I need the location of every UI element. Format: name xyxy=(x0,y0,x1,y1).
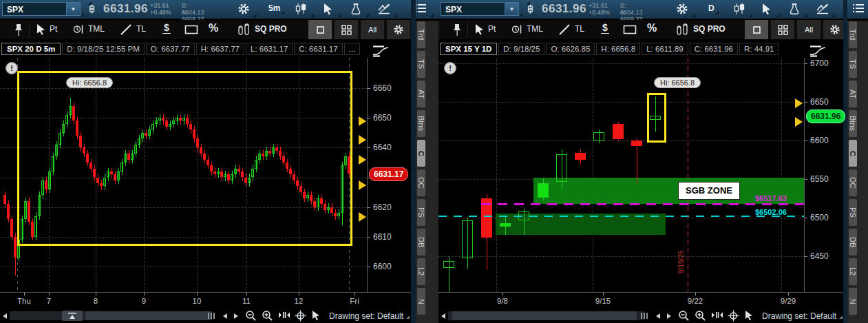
sidebar-tab-at[interactable]: AT xyxy=(849,81,857,107)
sidebar-tab-db[interactable]: DB xyxy=(849,229,857,256)
cursor-tool-icon[interactable] xyxy=(322,3,337,16)
pin-icon[interactable] xyxy=(452,23,467,37)
time-axis[interactable]: Thu789101112Fri xyxy=(0,292,412,309)
drawings-icon[interactable] xyxy=(816,3,831,16)
point-tool-label[interactable]: Pt xyxy=(50,24,57,34)
price-axis[interactable]: 6631.17 6660665066406630662066106600 xyxy=(368,58,412,292)
chart-settings-gear-button[interactable] xyxy=(387,20,410,39)
step-right-button[interactable] xyxy=(234,313,238,319)
scrollbar-grip[interactable] xyxy=(641,313,648,319)
sidebar-tab-btns[interactable]: Btns xyxy=(849,110,857,137)
sidebar-tab-ts[interactable]: TS xyxy=(417,51,425,78)
sq-pro-icon[interactable] xyxy=(237,23,253,36)
collapse-box-button[interactable] xyxy=(62,311,83,321)
step-right-button[interactable] xyxy=(667,313,671,319)
rectangle-tool-icon[interactable] xyxy=(184,25,200,38)
sidebar-tab-ps[interactable]: PS xyxy=(417,199,425,226)
scrollbar-handle[interactable] xyxy=(85,311,212,320)
all-charts-button[interactable]: All xyxy=(361,20,384,39)
step-left-button[interactable] xyxy=(656,313,660,319)
point-tool-label[interactable]: Pt xyxy=(488,24,496,34)
plot-area[interactable]: ! Hi: 6656.8 SGB ZONE $6517.63 $6502.06 … xyxy=(438,58,804,292)
scroll-left-arrow[interactable] xyxy=(3,313,7,319)
warning-icon[interactable]: ! xyxy=(444,62,456,74)
timeline-clock-icon[interactable] xyxy=(511,24,527,37)
sidebar-tab-n[interactable]: N xyxy=(849,288,857,315)
pointer-icon[interactable] xyxy=(311,310,321,321)
menu-icon[interactable] xyxy=(414,3,430,16)
symbol-input[interactable]: SPX xyxy=(441,2,505,16)
sidebar-tab-l2[interactable]: L2 xyxy=(417,258,425,285)
trendline-icon[interactable] xyxy=(120,23,135,37)
trendline-label[interactable]: TL xyxy=(136,24,146,34)
chart-type-icon[interactable] xyxy=(733,3,748,16)
chart-type-icon[interactable] xyxy=(295,3,310,16)
all-charts-button[interactable]: All xyxy=(797,20,821,39)
sidebar-tab-n[interactable]: N xyxy=(417,288,425,315)
sidebar-tab-btns[interactable]: Btns xyxy=(417,110,425,137)
rectangle-tool-icon[interactable] xyxy=(623,25,638,38)
single-chart-view-button[interactable] xyxy=(745,20,768,39)
studies-flask-icon[interactable] xyxy=(350,3,365,16)
sidebar-tab-c[interactable]: C xyxy=(417,140,425,167)
pointer-icon[interactable] xyxy=(744,310,754,321)
sidebar-tab-at[interactable]: AT xyxy=(417,81,425,107)
sq-pro-label[interactable]: SQ PRO xyxy=(693,24,726,34)
zoom-out-icon[interactable] xyxy=(678,310,690,322)
cursor-tool-icon[interactable] xyxy=(761,3,776,16)
sq-pro-icon[interactable] xyxy=(676,23,691,36)
yellow-highlight-box[interactable] xyxy=(17,71,352,246)
percent-tool[interactable]: % xyxy=(647,22,657,34)
trendline-label[interactable]: TL xyxy=(575,24,584,34)
timeline-clock-icon[interactable] xyxy=(73,24,88,37)
zoom-in-icon[interactable] xyxy=(695,310,706,322)
studies-flask-icon[interactable] xyxy=(788,3,803,16)
drawings-icon[interactable] xyxy=(377,3,392,16)
price-axis[interactable]: 6631.96 670066506600655065006450 xyxy=(805,58,843,292)
timeline-label[interactable]: TML xyxy=(88,24,105,34)
zoom-in-icon[interactable] xyxy=(262,310,273,322)
price-level-tool[interactable]: $ xyxy=(601,22,609,34)
grid-view-button[interactable] xyxy=(335,20,358,39)
drawing-set-label[interactable]: Drawing set: Default xyxy=(329,311,410,321)
symbol-dropdown-button[interactable]: ▼ xyxy=(505,2,519,16)
drawing-set-label[interactable]: Drawing set: Default xyxy=(762,311,843,321)
symbol-dropdown-button[interactable]: ▼ xyxy=(67,2,81,16)
single-chart-view-button[interactable] xyxy=(308,20,332,39)
sidebar-tab-c[interactable]: C xyxy=(849,140,857,167)
gear-icon[interactable] xyxy=(237,3,253,16)
percent-tool[interactable]: % xyxy=(209,22,218,34)
chart-style-icon[interactable] xyxy=(372,45,390,57)
plot-area[interactable]: ! Hi: 6656.8 xyxy=(0,58,367,292)
timeframe-button[interactable]: 5m xyxy=(268,3,280,13)
fit-width-icon[interactable] xyxy=(711,310,723,320)
price-level-tool[interactable]: $ xyxy=(162,22,171,34)
sidebar-tab-l2[interactable]: L2 xyxy=(849,258,857,285)
point-tool-arrow-icon[interactable] xyxy=(36,23,51,37)
time-axis[interactable]: 9/89/159/229/29 xyxy=(438,292,843,309)
scrollbar-grip[interactable] xyxy=(208,313,215,319)
sq-pro-label[interactable]: SQ PRO xyxy=(255,24,287,34)
sidebar-tab-db[interactable]: DB xyxy=(417,229,425,256)
gear-icon[interactable] xyxy=(676,3,691,16)
chart-style-icon[interactable] xyxy=(809,45,827,57)
step-left-button[interactable] xyxy=(223,313,227,319)
sidebar-tab-ps[interactable]: PS xyxy=(849,199,857,226)
sidebar-tab-trd[interactable]: Trd xyxy=(417,21,425,48)
timeline-label[interactable]: TML xyxy=(527,24,543,34)
zoom-out-icon[interactable] xyxy=(245,310,257,322)
sidebar-tab-trd[interactable]: Trd xyxy=(849,21,857,48)
crosshair-icon[interactable] xyxy=(295,310,306,322)
point-tool-arrow-icon[interactable] xyxy=(474,23,489,37)
pin-icon[interactable] xyxy=(14,23,29,37)
menu-icon[interactable] xyxy=(852,3,867,16)
symbol-input[interactable]: SPX xyxy=(2,2,67,16)
timeframe-button[interactable]: D xyxy=(708,3,714,13)
crosshair-icon[interactable] xyxy=(728,310,739,322)
trendline-icon[interactable] xyxy=(558,23,573,37)
grid-view-button[interactable] xyxy=(771,20,794,39)
warning-icon[interactable]: ! xyxy=(6,62,18,74)
header-more-cell[interactable]: ... xyxy=(344,43,361,55)
fit-width-icon[interactable] xyxy=(278,310,290,320)
sgb-zone-label[interactable]: SGB ZONE xyxy=(678,182,740,200)
